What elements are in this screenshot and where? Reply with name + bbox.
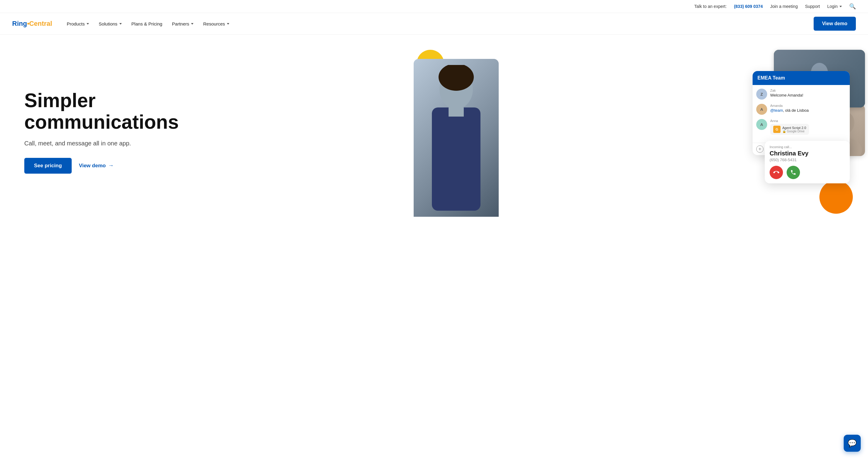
nav-products[interactable]: Products (67, 21, 89, 26)
file-source: 🔒 Google Drive (782, 130, 806, 133)
hero-subtitle: Call, meet, and message all in one app. (24, 140, 399, 147)
phone-end-icon (773, 169, 779, 175)
svg-rect-6 (448, 107, 464, 117)
search-icon[interactable]: 🔍 (849, 3, 856, 10)
main-person (414, 59, 499, 217)
person-body-silhouette (423, 65, 490, 211)
phone-number[interactable]: (833) 609 0374 (734, 4, 763, 9)
file-info: Agent Script 2.0 🔒 Google Drive (782, 126, 806, 133)
chat-message-amanda: A Amanda @team, olá de Lisboa (756, 104, 846, 115)
message-content-anna: Anna G Agent Script 2.0 🔒 Google Drive (770, 119, 809, 135)
support-link[interactable]: Support (805, 4, 820, 9)
nav-plans-pricing[interactable]: Plans & Pricing (131, 21, 162, 26)
call-number: (650) 768-5431 (770, 158, 845, 162)
logo-central: Central (29, 20, 52, 28)
avatar-anna: A (756, 119, 767, 130)
avatar-zak: Z (756, 89, 767, 100)
person-silhouette (414, 59, 499, 217)
logo[interactable]: RingCentral (12, 20, 52, 28)
nav-partners[interactable]: Partners (172, 21, 193, 26)
call-label: Incoming call... (770, 145, 845, 149)
join-meeting-link[interactable]: Join a meeting (770, 4, 798, 9)
hero-section: Simpler communications Call, meet, and m… (0, 35, 868, 229)
chat-body: Z Zak Welcome Amanda! A Amanda @team, ol… (752, 85, 850, 143)
login-chevron-icon (839, 6, 842, 7)
see-pricing-button[interactable]: See pricing (24, 158, 72, 174)
file-attachment: G Agent Script 2.0 🔒 Google Drive (770, 124, 809, 135)
message-text-zak: Welcome Amanda! (770, 93, 803, 97)
call-name: Christina Evy (770, 150, 845, 157)
accept-call-button[interactable] (786, 166, 800, 179)
partners-chevron-icon (191, 23, 193, 25)
nav-resources[interactable]: Resources (203, 21, 229, 26)
hero-buttons: See pricing View demo → (24, 158, 399, 174)
view-demo-link[interactable]: View demo → (79, 162, 114, 169)
sender-amanda: Amanda (770, 104, 809, 107)
file-name: Agent Script 2.0 (782, 126, 806, 130)
nav-view-demo-button[interactable]: View demo (814, 17, 856, 31)
avatar-amanda: A (756, 104, 767, 115)
decline-call-button[interactable] (770, 166, 783, 179)
chat-message-anna: A Anna G Agent Script 2.0 🔒 Google Drive (756, 119, 846, 135)
attachment-button[interactable]: + (756, 145, 764, 153)
svg-rect-5 (432, 107, 480, 211)
call-buttons (770, 166, 845, 179)
message-content-amanda: Amanda @team, olá de Lisboa (770, 104, 809, 112)
message-text-amanda: @team, olá de Lisboa (770, 108, 809, 112)
hero-title: Simpler communications (24, 90, 399, 133)
file-icon: G (773, 126, 780, 133)
login-button[interactable]: Login (827, 4, 842, 9)
top-bar: Talk to an expert: (833) 609 0374 Join a… (0, 0, 868, 13)
expert-label: Talk to an expert: (694, 4, 727, 9)
hero-right: 🎤 📷 🔗 💬 ⏺ (399, 47, 856, 217)
chat-header: EMEA Team (752, 71, 850, 85)
phone-accept-icon (790, 169, 796, 175)
sender-zak: Zak (770, 89, 803, 92)
orange-shape (819, 180, 853, 214)
main-nav: RingCentral Products Solutions Plans & P… (0, 13, 868, 35)
nav-links: Products Solutions Plans & Pricing Partn… (67, 21, 814, 26)
nav-solutions[interactable]: Solutions (99, 21, 122, 26)
logo-ring: Ring (12, 20, 27, 28)
message-content-zak: Zak Welcome Amanda! (770, 89, 803, 97)
call-card: Incoming call... Christina Evy (650) 768… (765, 141, 850, 183)
hero-left: Simpler communications Call, meet, and m… (24, 90, 399, 174)
chat-message-zak: Z Zak Welcome Amanda! (756, 89, 846, 100)
resources-chevron-icon (227, 23, 229, 25)
arrow-right-icon: → (108, 162, 114, 169)
solutions-chevron-icon (119, 23, 122, 25)
sender-anna: Anna (770, 119, 809, 123)
products-chevron-icon (87, 23, 89, 25)
